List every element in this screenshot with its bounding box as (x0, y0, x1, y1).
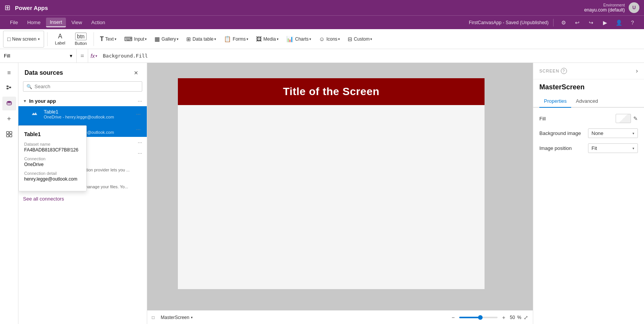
fill-property-row: Fill ✎ (539, 114, 638, 123)
table1-name: Table1 (44, 109, 131, 115)
label-button[interactable]: A Label (51, 31, 70, 48)
right-panel: SCREEN ? › MasterScreen Properties Advan… (533, 63, 644, 324)
fullscreen-button[interactable]: ⤢ (524, 314, 528, 321)
ribbon-sep-2 (94, 32, 94, 46)
datatable-dropdown[interactable]: ⊞ Data table ▾ (183, 31, 219, 48)
charts-dropdown[interactable]: 📊 Charts ▾ (283, 31, 314, 48)
zoom-unit: % (517, 315, 521, 320)
text-dropdown[interactable]: T Text ▾ (97, 31, 120, 48)
table1-dots[interactable]: ··· (135, 110, 142, 118)
menu-item-file[interactable]: File (6, 18, 22, 27)
fill-edit-icon[interactable]: ✎ (633, 115, 638, 122)
title-bar-right: Environment enayu.com (default) U (584, 2, 639, 13)
icons-label: Icons (326, 36, 337, 42)
table1-item[interactable]: Table1 OneDrive - henry.legge@outlook.co… (18, 106, 147, 122)
image-position-row: Image position Fit ▾ (539, 143, 638, 153)
connectors-dots[interactable]: ··· (138, 150, 142, 156)
image-position-chevron: ▾ (632, 146, 634, 150)
input-dropdown[interactable]: ⌨ Input ▾ (121, 31, 150, 48)
custom-label: Custom (354, 36, 370, 42)
menu-item-insert[interactable]: Insert (46, 18, 66, 27)
canvas-bottom-bar: □ MasterScreen ▾ − + 50 % ⤢ (147, 310, 533, 324)
screen-label-text: SCREEN (539, 69, 559, 73)
table1-1-dots[interactable]: ··· (135, 125, 142, 133)
right-content: Fill ✎ Background image None ▾ Image pos… (533, 108, 644, 164)
panel-expand-button[interactable]: › (636, 67, 638, 74)
panel-title: Data sources (25, 69, 63, 76)
tab-advanced[interactable]: Advanced (571, 95, 603, 108)
zoom-slider[interactable] (459, 317, 498, 318)
add-icon[interactable]: + (2, 112, 16, 126)
new-screen-button[interactable]: □ New screen ▾ (3, 31, 44, 48)
svg-line-4 (8, 88, 9, 89)
undo-icon[interactable]: ↩ (572, 17, 583, 28)
screen-label: SCREEN ? (539, 68, 567, 74)
menu-item-home[interactable]: Home (23, 18, 44, 27)
avatar[interactable]: U (629, 2, 639, 13)
environment-info: Environment enayu.com (default) (584, 3, 625, 13)
svg-rect-8 (7, 135, 9, 137)
master-screen-name: MasterScreen (533, 79, 644, 95)
custom-dropdown[interactable]: ⊟ Custom ▾ (345, 31, 375, 48)
image-position-value: Fit (591, 145, 597, 151)
screen-help-icon[interactable]: ? (561, 68, 567, 74)
new-screen-icon: □ (7, 36, 10, 42)
in-your-app-section[interactable]: ▼ In your app ··· (18, 95, 147, 106)
redo-icon[interactable]: ↪ (586, 17, 596, 28)
svg-rect-7 (10, 132, 12, 134)
tooltip-connection-label: Connection (24, 156, 81, 161)
hamburger-icon[interactable]: ≡ (2, 66, 16, 80)
play-icon[interactable]: ▶ (600, 17, 610, 28)
icons-icon: ☺ (319, 36, 325, 42)
screen-title-bar: Title of the Screen (178, 78, 485, 105)
menu-item-action[interactable]: Action (87, 18, 109, 27)
label-btn-text: Label (55, 41, 65, 45)
tree-view-icon[interactable] (2, 81, 16, 95)
forms-dropdown[interactable]: 📋 Forms ▾ (221, 31, 251, 48)
right-panel-header: SCREEN ? › (533, 63, 644, 79)
forms-chevron: ▾ (246, 37, 248, 41)
screen-tab[interactable]: MasterScreen ▾ (158, 313, 196, 322)
background-image-dropdown[interactable]: None ▾ (588, 128, 638, 138)
formula-fx: fx ▾ (88, 53, 100, 59)
zoom-percent: 50 (510, 315, 515, 320)
zoom-minus-button[interactable]: − (449, 314, 457, 321)
svg-rect-1 (7, 88, 8, 89)
tooltip-conndetail-value: henry.legge@outlook.com (24, 176, 81, 182)
entities-dots[interactable]: ··· (138, 139, 142, 145)
data-icon[interactable] (2, 97, 16, 110)
custom-icon: ⊟ (348, 36, 352, 42)
menu-bar-right: FirstCanvasApp - Saved (Unpublished) ⚙ ↩… (469, 17, 638, 28)
gallery-dropdown[interactable]: ▦ Gallery ▾ (151, 31, 182, 48)
icons-dropdown[interactable]: ☺ Icons ▾ (316, 31, 343, 48)
help-icon[interactable]: ? (627, 17, 638, 28)
charts-label: Charts (295, 36, 309, 42)
menu-item-view[interactable]: View (67, 18, 86, 27)
app-name: Power Apps (15, 5, 48, 11)
share-icon[interactable]: 👤 (613, 17, 624, 28)
components-icon[interactable] (2, 127, 16, 141)
panel-close-button[interactable]: ✕ (131, 68, 141, 77)
tooltip-dataset-value: FA4BADB8183CF7B8!126 (24, 147, 81, 153)
zoom-plus-button[interactable]: + (500, 314, 508, 321)
property-dropdown[interactable]: Fill ▾ (0, 49, 77, 62)
datatable-label: Data table (192, 36, 214, 42)
search-input[interactable] (34, 84, 139, 89)
forms-icon: 📋 (224, 36, 231, 43)
media-dropdown[interactable]: 🖼 Media ▾ (253, 31, 282, 48)
formula-input[interactable] (100, 49, 644, 62)
user-check-icon[interactable]: ⚙ (558, 17, 569, 28)
image-position-dropdown[interactable]: Fit ▾ (588, 143, 638, 153)
main-content: ≡ + (0, 63, 644, 324)
screen-checkbox[interactable]: □ (152, 315, 154, 320)
svg-rect-0 (7, 86, 8, 87)
fill-swatch[interactable] (616, 114, 631, 123)
ribbon-sep-1 (47, 32, 48, 46)
new-screen-label: New screen (12, 36, 36, 42)
tab-properties[interactable]: Properties (539, 95, 571, 108)
button-button[interactable]: btn Button (71, 31, 90, 48)
input-icon: ⌨ (124, 36, 133, 43)
see-all-connectors[interactable]: See all connectors (18, 192, 147, 206)
in-your-app-dots[interactable]: ··· (138, 98, 142, 104)
app-grid-icon[interactable]: ⊞ (5, 3, 10, 12)
